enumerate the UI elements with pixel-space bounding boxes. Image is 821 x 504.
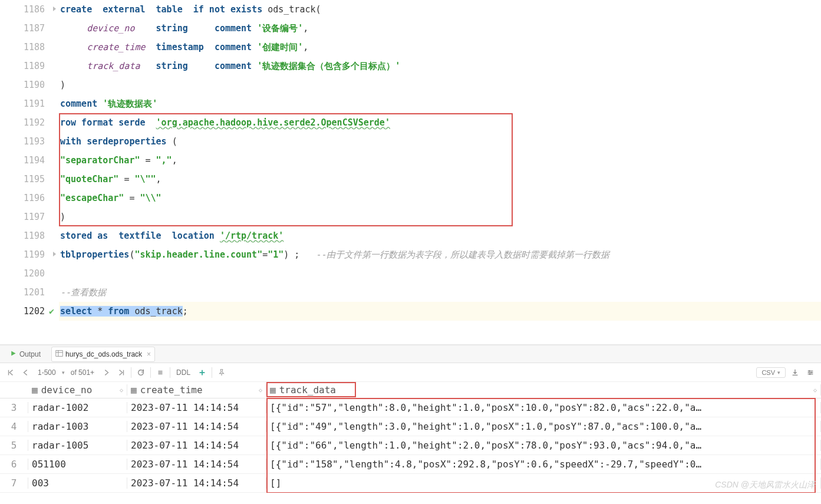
code-editor[interactable]: 1186 1187 1188 1189 1190 1191 1192 1193 …	[0, 0, 821, 321]
cell-device-no[interactable]: radar-1002	[28, 402, 127, 413]
page-total: of 501+	[68, 368, 97, 377]
chevron-down-icon[interactable]: ▾	[62, 370, 65, 375]
last-page-button[interactable]	[116, 367, 127, 378]
table-row[interactable]: 3 radar-1002 2023-07-11 14:14:54 [{"id":…	[0, 398, 821, 417]
page-range[interactable]: 1-500	[35, 368, 58, 377]
results-table[interactable]: ▦device_no◇ ▦create_time◇ ▦track_data◇ 3…	[0, 382, 821, 493]
cell-device-no[interactable]: 051100	[28, 459, 127, 470]
refresh-button[interactable]	[135, 367, 147, 378]
table-row[interactable]: 4 radar-1003 2023-07-11 14:14:54 [{"id":…	[0, 417, 821, 436]
settings-button[interactable]	[804, 367, 816, 378]
fold-gutter	[53, 0, 59, 321]
cell-device-no[interactable]: radar-1003	[28, 421, 127, 432]
svg-marker-0	[11, 351, 15, 355]
sort-icon[interactable]: ◇	[259, 387, 262, 393]
tab-label: hurys_dc_ods.ods_track	[65, 350, 142, 358]
table-row[interactable]: 6 051100 2023-07-11 14:14:54 [{"id":"158…	[0, 455, 821, 474]
cell-track-data[interactable]: [{"id":"66","length":1.0,"height":2.0,"p…	[266, 440, 821, 451]
next-page-button[interactable]	[100, 367, 112, 378]
results-header-row: ▦device_no◇ ▦create_time◇ ▦track_data◇	[0, 382, 821, 398]
cell-create-time[interactable]: 2023-07-11 14:14:54	[127, 421, 266, 432]
code-content[interactable]: create external table if not exists ods_…	[59, 0, 821, 321]
watermark-text: CSDN @天地风雷水火山泽	[715, 480, 815, 490]
close-icon[interactable]: ×	[147, 350, 151, 358]
row-number: 5	[0, 440, 28, 451]
download-button[interactable]	[789, 367, 801, 378]
column-header-device-no[interactable]: ▦device_no◇	[28, 384, 127, 396]
row-number: 4	[0, 421, 28, 432]
cell-create-time[interactable]: 2023-07-11 14:14:54	[127, 459, 266, 470]
results-toolbar: 1-500▾ of 501+ DDL CSV▾	[0, 363, 821, 382]
ddl-button[interactable]: DDL	[174, 368, 193, 377]
results-tabs: Output hurys_dc_ods.ods_track ×	[0, 345, 821, 363]
cell-track-data[interactable]: [{"id":"158","length":4.8,"posX":292.8,"…	[266, 459, 821, 470]
line-number-gutter: 1186 1187 1188 1189 1190 1191 1192 1193 …	[0, 0, 53, 321]
cell-device-no[interactable]: 003	[28, 477, 127, 489]
sort-icon[interactable]: ◇	[120, 387, 123, 393]
table-icon	[55, 350, 63, 359]
cell-create-time[interactable]: 2023-07-11 14:14:54	[127, 402, 266, 413]
column-header-create-time[interactable]: ▦create_time◇	[127, 384, 266, 396]
row-number: 3	[0, 402, 28, 413]
table-row[interactable]: 5 radar-1005 2023-07-11 14:14:54 [{"id":…	[0, 436, 821, 455]
tab-output[interactable]: Output	[6, 347, 44, 361]
cell-create-time[interactable]: 2023-07-11 14:14:54	[127, 477, 266, 489]
run-icon	[9, 350, 17, 359]
svg-point-6	[810, 371, 812, 373]
table-row[interactable]: 7 003 2023-07-11 14:14:54 []	[0, 474, 821, 493]
sort-icon[interactable]: ◇	[813, 387, 817, 393]
first-page-button[interactable]	[5, 367, 17, 378]
prev-page-button[interactable]	[20, 367, 32, 378]
cell-device-no[interactable]: radar-1005	[28, 440, 127, 451]
export-format-button[interactable]: CSV▾	[756, 367, 786, 378]
svg-point-7	[809, 373, 811, 375]
column-icon: ▦	[131, 384, 137, 396]
pin-button[interactable]	[216, 367, 227, 378]
tab-label: Output	[19, 350, 41, 358]
cell-track-data[interactable]: [{"id":"57","length":8.0,"height":1.0,"p…	[266, 402, 821, 413]
row-number: 7	[0, 477, 28, 489]
column-header-track-data[interactable]: ▦track_data◇	[266, 384, 821, 396]
cell-track-data[interactable]: [{"id":"49","length":3.0,"height":1.0,"p…	[266, 421, 821, 432]
svg-point-5	[809, 370, 810, 372]
column-icon: ▦	[32, 384, 38, 396]
stop-button[interactable]	[154, 367, 166, 378]
column-icon: ▦	[270, 384, 276, 396]
cell-create-time[interactable]: 2023-07-11 14:14:54	[127, 440, 266, 451]
row-number: 6	[0, 459, 28, 470]
svg-rect-4	[159, 370, 163, 374]
svg-rect-1	[56, 350, 62, 356]
tab-results-table[interactable]: hurys_dc_ods.ods_track ×	[51, 347, 155, 362]
add-row-button[interactable]	[196, 367, 208, 378]
